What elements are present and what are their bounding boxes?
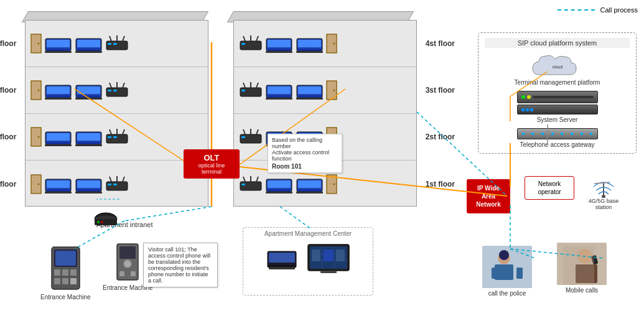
svg-rect-56 (77, 189, 100, 191)
door-icon-2l (30, 127, 42, 147)
svg-rect-122 (327, 175, 337, 193)
door-icon-3r (326, 80, 337, 100)
svg-line-27 (110, 83, 111, 88)
router-4r (239, 35, 263, 52)
svg-rect-41 (75, 144, 102, 146)
svg-rect-25 (75, 98, 102, 100)
router-4l (105, 35, 129, 52)
svg-rect-159 (563, 246, 594, 285)
svg-rect-132 (269, 267, 295, 269)
olt-subtitle: optical line terminal (190, 162, 233, 175)
phone-3l (44, 80, 72, 100)
call-process-line (558, 9, 595, 11)
svg-rect-163 (54, 269, 60, 276)
phone2-1r (296, 174, 324, 194)
svg-rect-153 (516, 268, 523, 279)
floor-2-label-left: 2st floor (0, 133, 16, 141)
sip-platform-box: SIP cloud platform system cloud Terminal… (478, 32, 637, 154)
svg-rect-76 (296, 51, 323, 53)
svg-rect-89 (298, 86, 321, 94)
terminal-mgmt-label: Terminal management platform (515, 79, 600, 86)
mobile-label: Mobile calls (566, 287, 598, 294)
svg-rect-23 (77, 86, 100, 94)
svg-point-128 (101, 221, 103, 223)
svg-rect-113 (241, 184, 245, 185)
svg-rect-143 (324, 256, 334, 261)
svg-rect-9 (75, 51, 102, 53)
svg-rect-15 (113, 43, 117, 45)
floor-3-label-right: 3st floor (426, 86, 455, 95)
svg-rect-145 (320, 271, 337, 273)
phone-1l (44, 174, 72, 194)
diagram-container: Call process 4st floor 3st floor 2st f (0, 0, 644, 331)
telephone-gateway-label: Telephone access gateway (520, 141, 594, 148)
svg-rect-32 (31, 128, 41, 146)
phone2-4l (75, 34, 103, 54)
svg-rect-52 (47, 189, 70, 191)
svg-line-67 (256, 36, 258, 41)
terminal-mgmt-platform: cloud Terminal management platform (485, 53, 630, 86)
network-operator-box: Network operator (525, 176, 574, 200)
svg-rect-10 (106, 41, 128, 50)
floor-1-label-right: 1st floor (426, 180, 455, 189)
svg-rect-85 (268, 86, 291, 94)
svg-rect-24 (77, 95, 100, 97)
svg-point-17 (38, 90, 40, 91)
svg-rect-20 (47, 95, 70, 97)
svg-line-95 (243, 129, 245, 134)
svg-rect-130 (269, 253, 295, 263)
svg-rect-26 (106, 88, 128, 96)
cloud-icon: cloud (526, 53, 589, 78)
entrance-machine-1-label: Entrance Machine (40, 294, 91, 301)
svg-rect-71 (268, 49, 291, 50)
door-icon-1r (326, 174, 337, 194)
svg-rect-115 (268, 180, 291, 188)
phone2-4r (296, 34, 324, 54)
police-silhouette (482, 246, 532, 288)
svg-rect-58 (106, 182, 128, 190)
svg-rect-121 (296, 192, 323, 193)
floor-4-label-right: 4st floor (426, 39, 455, 48)
svg-line-183 (280, 207, 311, 229)
floor-4-label-left: 4st floor (0, 39, 16, 48)
floor-4-left: 4st floor (26, 21, 208, 67)
floor-4-right: 4st floor (234, 21, 416, 67)
svg-rect-83 (241, 90, 245, 91)
svg-rect-36 (47, 142, 70, 144)
entrance-machine-1-icon (49, 246, 83, 292)
svg-point-127 (97, 221, 100, 223)
callout-box: Visitor call 101; The access control pho… (143, 243, 218, 287)
svg-point-1 (38, 43, 40, 45)
svg-rect-48 (31, 175, 41, 193)
svg-point-154 (499, 250, 509, 260)
network-operator-label: Network operator (538, 180, 561, 195)
entrance-machine-1: Entrance Machine (40, 246, 91, 301)
svg-rect-120 (298, 189, 321, 191)
svg-line-80 (243, 83, 245, 88)
floor-2-left: 2st floor (26, 114, 208, 161)
telephone-gateway: Telephone access gateway (485, 128, 630, 148)
svg-rect-8 (77, 49, 100, 50)
mobile-photo (557, 243, 607, 285)
svg-rect-174 (131, 271, 136, 276)
svg-line-45 (123, 129, 124, 134)
svg-point-78 (334, 43, 335, 45)
call-process-label: Call process (600, 6, 638, 14)
svg-rect-53 (45, 192, 72, 193)
svg-line-181 (124, 207, 212, 221)
svg-rect-168 (70, 278, 77, 284)
svg-rect-131 (268, 265, 296, 267)
router-3r (239, 82, 263, 99)
svg-rect-57 (75, 192, 102, 193)
svg-rect-63 (113, 184, 117, 185)
svg-rect-7 (77, 40, 100, 47)
door-icon-3l (30, 80, 42, 100)
phone2-3r (296, 80, 324, 100)
svg-line-82 (256, 83, 258, 88)
svg-line-65 (243, 36, 245, 41)
svg-rect-94 (240, 134, 261, 143)
base-station-icon (591, 173, 616, 198)
phone-2l (44, 127, 72, 147)
building-right: 4st floor 3st floor 2st floor 1st floor (233, 20, 417, 207)
svg-rect-5 (45, 51, 72, 53)
